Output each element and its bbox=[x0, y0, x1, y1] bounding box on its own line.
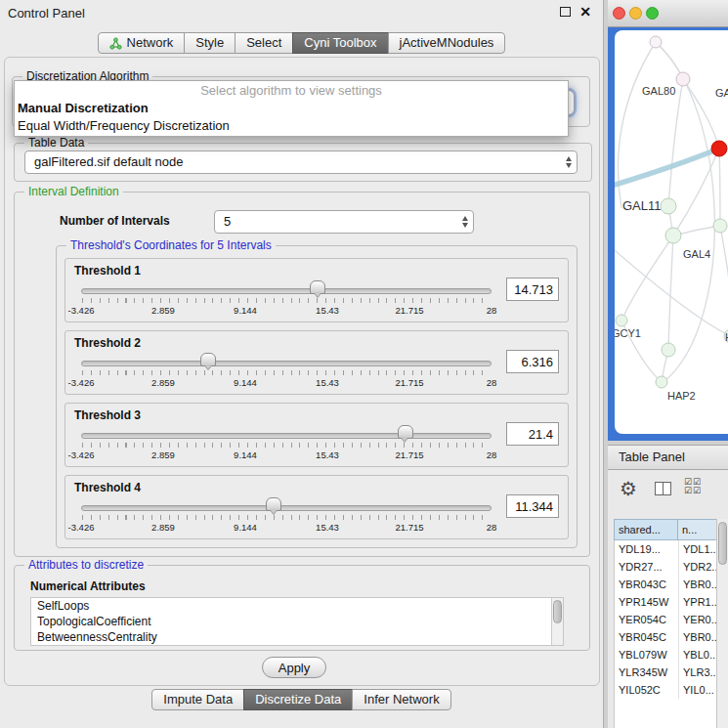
scrollbar-thumb[interactable] bbox=[718, 522, 727, 565]
table-row[interactable]: YBR043C YBR0... bbox=[615, 576, 717, 593]
slider-track[interactable] bbox=[81, 505, 492, 511]
slider-thumb[interactable] bbox=[398, 425, 413, 439]
list-item[interactable]: TopologicalCoefficient bbox=[31, 614, 563, 629]
table-row[interactable]: YBR045C YBR0... bbox=[615, 628, 717, 646]
slider-thumb[interactable] bbox=[310, 280, 325, 294]
tab-style[interactable]: Style bbox=[184, 32, 236, 54]
tab-select[interactable]: Select bbox=[235, 32, 293, 54]
cell[interactable]: YBR0... bbox=[679, 628, 717, 646]
algorithm-option-manual[interactable]: Manual Discretization bbox=[15, 100, 568, 117]
scale-label: -3.426 bbox=[68, 305, 95, 316]
zoom-window-icon[interactable] bbox=[646, 7, 659, 20]
network-node[interactable] bbox=[616, 315, 627, 326]
cell[interactable]: YBR043C bbox=[615, 576, 679, 593]
table-data-combobox[interactable]: galFiltered.sif default node bbox=[24, 150, 578, 174]
close-window-icon[interactable] bbox=[613, 7, 625, 20]
highlighted-edge[interactable] bbox=[615, 149, 719, 187]
table-row[interactable]: YBL079W YBL0... bbox=[615, 646, 717, 664]
table-scrollbar[interactable] bbox=[716, 519, 728, 728]
slider-ticks bbox=[82, 515, 491, 520]
tab-discretize-data[interactable]: Discretize Data bbox=[243, 689, 353, 710]
cell[interactable]: YIL052C bbox=[615, 681, 679, 699]
tab-impute-data[interactable]: Impute Data bbox=[151, 689, 244, 710]
tab-network[interactable]: Network bbox=[98, 32, 186, 54]
scale-label: 15.43 bbox=[316, 450, 339, 460]
float-window-icon[interactable] bbox=[560, 7, 571, 17]
threshold-3-value-field[interactable]: 21.4 bbox=[506, 422, 559, 446]
minimize-window-icon[interactable] bbox=[629, 7, 642, 20]
cell[interactable]: YBR0... bbox=[679, 576, 717, 593]
threshold-2-slider[interactable]: -3.426 2.859 9.144 15.43 21.715 28 bbox=[81, 352, 492, 393]
tab-style-label: Style bbox=[195, 33, 224, 53]
cell[interactable]: YBL079W bbox=[615, 646, 679, 664]
network-node[interactable] bbox=[656, 376, 667, 388]
algorithm-placeholder-option[interactable]: Select algorithm to view settings bbox=[15, 82, 568, 100]
slider-ticks bbox=[82, 443, 491, 448]
threshold-1-value-field[interactable]: 14.713 bbox=[506, 278, 559, 301]
cell[interactable]: YPR1... bbox=[679, 593, 717, 611]
network-node[interactable] bbox=[661, 198, 676, 214]
network-node[interactable] bbox=[713, 219, 727, 233]
threshold-4-slider[interactable]: -3.426 2.859 9.144 15.43 21.715 28 bbox=[81, 496, 492, 537]
cell[interactable]: YDR27... bbox=[615, 558, 679, 576]
table-row[interactable]: YIL052C YIL0... bbox=[615, 681, 717, 699]
select-columns-icon[interactable]: ☑☑☑☑ bbox=[684, 478, 702, 495]
table-row[interactable]: YDR27... YDR2... bbox=[615, 558, 717, 576]
threshold-4-label: Threshold 4 bbox=[74, 481, 141, 494]
algorithm-option-equal-width[interactable]: Equal Width/Frequency Discretization bbox=[15, 117, 568, 135]
apply-button[interactable]: Apply bbox=[262, 657, 326, 678]
network-node[interactable] bbox=[650, 36, 662, 48]
network-node[interactable] bbox=[662, 343, 675, 357]
network-window-titlebar[interactable] bbox=[608, 0, 728, 27]
selected-red-node[interactable] bbox=[711, 141, 727, 156]
cell[interactable]: YIL0... bbox=[679, 681, 717, 699]
tab-jactivemnodules[interactable]: jActiveMNodules bbox=[388, 32, 506, 54]
slider-track[interactable] bbox=[81, 433, 492, 439]
cell[interactable]: YLR345W bbox=[615, 664, 679, 681]
table-row[interactable]: YPR145W YPR1... bbox=[615, 593, 717, 611]
num-intervals-combobox[interactable]: 5 bbox=[214, 210, 474, 234]
node-label-hap2: HAP2 bbox=[667, 390, 696, 402]
network-node[interactable] bbox=[676, 72, 690, 86]
cell[interactable]: YBL0... bbox=[679, 646, 717, 664]
window-buttons: ✕ bbox=[560, 6, 591, 18]
slider-thumb[interactable] bbox=[266, 497, 281, 511]
cell[interactable]: YDL1... bbox=[679, 540, 717, 558]
threshold-4-value-field[interactable]: 11.344 bbox=[506, 494, 559, 518]
network-node[interactable] bbox=[665, 228, 681, 243]
cell[interactable]: YER0... bbox=[679, 611, 717, 628]
threshold-3-slider[interactable]: -3.426 2.859 9.144 15.43 21.715 28 bbox=[81, 424, 492, 465]
columns-icon[interactable] bbox=[655, 482, 671, 495]
cell[interactable]: YDR2... bbox=[679, 558, 717, 576]
tab-infer-network[interactable]: Infer Network bbox=[352, 689, 450, 710]
cell[interactable]: YDL19... bbox=[615, 540, 679, 558]
column-header-shared-name[interactable]: shared... bbox=[614, 519, 678, 540]
list-item[interactable]: SelfLoops bbox=[31, 598, 563, 614]
table-row[interactable]: YER054C YER0... bbox=[615, 611, 717, 628]
tab-discretize-data-label: Discretize Data bbox=[255, 690, 341, 709]
slider-track[interactable] bbox=[81, 288, 492, 294]
scrollbar-thumb[interactable] bbox=[553, 600, 562, 623]
cell[interactable]: YLR3... bbox=[679, 664, 717, 681]
cell[interactable]: YER054C bbox=[615, 611, 679, 628]
list-item[interactable]: BetweennessCentrality bbox=[31, 629, 563, 645]
scale-label: 2.859 bbox=[151, 377, 175, 388]
numerical-attributes-list[interactable]: SelfLoops TopologicalCoefficient Between… bbox=[30, 597, 564, 646]
close-icon[interactable]: ✕ bbox=[579, 6, 591, 18]
slider-thumb[interactable] bbox=[200, 353, 216, 366]
scale-label: 2.859 bbox=[151, 305, 175, 316]
network-canvas[interactable]: GAL80 GA GAL11 GAL4 GCY1 HAP2 H bbox=[615, 30, 728, 434]
threshold-1-slider[interactable]: -3.426 2.859 9.144 15.43 21.715 28 bbox=[81, 279, 492, 321]
table-panel-header[interactable]: Table Panel bbox=[608, 445, 728, 470]
threshold-3-panel: Threshold 3 -3.426 2.859 9.144 15.43 21.… bbox=[64, 403, 569, 467]
table-row[interactable]: YLR345W YLR3... bbox=[615, 664, 717, 681]
cell[interactable]: YBR045C bbox=[615, 628, 679, 646]
column-header-name[interactable]: n... bbox=[677, 519, 717, 540]
attributes-scrollbar[interactable] bbox=[551, 598, 563, 645]
slider-track[interactable] bbox=[81, 361, 492, 366]
gear-icon[interactable]: ⚙ bbox=[620, 477, 637, 500]
threshold-2-value-field[interactable]: 6.316 bbox=[506, 350, 559, 373]
tab-cyni-toolbox[interactable]: Cyni Toolbox bbox=[292, 32, 388, 54]
cell[interactable]: YPR145W bbox=[615, 593, 679, 611]
table-row[interactable]: YDL19... YDL1... bbox=[615, 540, 717, 558]
